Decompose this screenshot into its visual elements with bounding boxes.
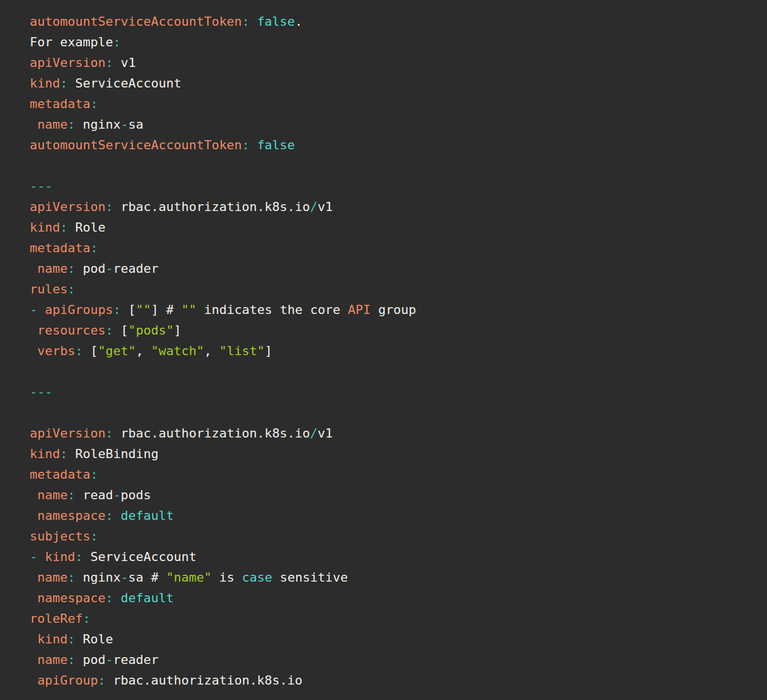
- code-token-plain: ] #: [151, 303, 181, 317]
- code-block: automountServiceAccountToken: false.For …: [0, 0, 767, 700]
- code-token-punct: :: [90, 97, 98, 111]
- code-token-plain: [: [121, 303, 136, 317]
- code-line: kind: ServiceAccount: [30, 73, 758, 94]
- code-token-plain: [: [113, 323, 129, 337]
- code-token-punct: :: [75, 550, 82, 564]
- code-token-key: verbs: [37, 344, 75, 358]
- code-token-punct: :: [242, 138, 249, 152]
- code-token-plain: read: [75, 488, 113, 502]
- code-token-punct: :: [60, 76, 67, 90]
- code-token-punct: ---: [30, 179, 53, 193]
- code-token-string: "": [181, 303, 197, 317]
- code-token-plain: rbac.authorization.k8s.io: [113, 200, 310, 214]
- code-token-punct: :: [90, 241, 98, 255]
- code-token-punct: :: [60, 447, 67, 461]
- code-token-key: kind: [30, 220, 60, 234]
- code-token-punct: /: [310, 426, 317, 440]
- code-token-plain: rbac.authorization.k8s.io: [105, 673, 302, 687]
- code-token-value: default: [121, 508, 174, 523]
- code-token-plain: pod: [75, 261, 105, 276]
- code-line: For example:: [30, 32, 758, 53]
- code-token-plain: ServiceAccount: [83, 550, 197, 564]
- code-token-key: kind: [45, 550, 75, 564]
- code-line: resources: ["pods"]: [30, 320, 758, 341]
- code-token-string: "pods": [128, 323, 173, 337]
- code-line: name: nginx-sa # "name" is case sensitiv…: [30, 567, 758, 588]
- code-token-plain: sensitive: [272, 570, 348, 584]
- code-line: ---: [30, 176, 758, 197]
- code-token-value: case: [242, 570, 272, 584]
- code-token-plain: [37, 550, 45, 564]
- code-token-plain: [37, 303, 45, 317]
- code-token-plain: nginx: [75, 117, 120, 132]
- code-token-string: "": [136, 303, 151, 317]
- code-token-plain: ,: [136, 344, 151, 358]
- code-token-plain: .: [295, 14, 303, 29]
- code-line: automountServiceAccountToken: false.: [30, 11, 758, 32]
- code-token-key: apiVersion: [30, 200, 105, 214]
- code-token-plain: ]: [174, 323, 181, 337]
- code-token-string: "get": [98, 344, 136, 358]
- code-token-key: kind: [37, 632, 67, 646]
- code-token-punct: :: [75, 344, 82, 358]
- code-token-punct: -: [121, 117, 128, 132]
- code-token-key: namespace: [37, 591, 105, 605]
- code-token-punct: :: [67, 117, 75, 132]
- code-token-punct: ---: [30, 385, 53, 399]
- code-line: automountServiceAccountToken: false: [30, 135, 758, 156]
- code-token-plain: [113, 591, 121, 605]
- code-line: kind: RoleBinding: [30, 444, 758, 464]
- code-token-key: name: [37, 570, 67, 584]
- code-token-punct: :: [67, 570, 75, 584]
- code-token-punct: :: [113, 303, 121, 317]
- code-token-value: false: [257, 14, 295, 29]
- code-token-plain: nginx: [75, 570, 120, 584]
- code-token-punct: :: [105, 591, 113, 605]
- code-token-punct: -: [121, 570, 128, 584]
- code-token-punct: :: [98, 673, 105, 687]
- code-line: metadata:: [30, 238, 758, 258]
- code-token-punct: :: [113, 35, 121, 49]
- code-token-plain: [30, 508, 37, 523]
- code-token-key: automountServiceAccountToken: [30, 14, 242, 29]
- code-token-punct: -: [30, 550, 37, 564]
- code-token-key: namespace: [37, 508, 105, 523]
- code-token-key: name: [37, 488, 67, 502]
- code-token-key: roleRef: [30, 611, 83, 626]
- code-token-punct: :: [83, 611, 90, 626]
- code-token-plain: Role: [67, 220, 105, 234]
- code-line: roleRef:: [30, 608, 758, 629]
- code-token-plain: [249, 138, 257, 152]
- code-token-plain: [249, 14, 257, 29]
- code-token-key: metadata: [30, 97, 90, 111]
- code-token-plain: reader: [113, 261, 158, 276]
- code-token-string: "name": [166, 570, 211, 584]
- code-token-punct: -: [113, 488, 121, 502]
- code-token-plain: v1: [317, 200, 333, 214]
- code-token-punct: :: [105, 508, 113, 523]
- code-line: kind: Role: [30, 629, 758, 650]
- code-token-plain: v1: [317, 426, 333, 440]
- code-token-key: automountServiceAccountToken: [30, 138, 242, 152]
- code-token-value: false: [257, 138, 295, 152]
- code-token-punct: :: [105, 323, 113, 337]
- code-token-key: rules: [30, 282, 67, 296]
- code-line: kind: Role: [30, 217, 758, 238]
- code-line: verbs: ["get", "watch", "list"]: [30, 341, 758, 361]
- code-token-punct: :: [60, 220, 67, 234]
- code-line: name: pod-reader: [30, 650, 758, 670]
- code-token-plain: sa #: [128, 570, 166, 584]
- code-token-punct: :: [105, 55, 113, 70]
- code-token-punct: /: [310, 200, 317, 214]
- code-line: apiVersion: v1: [30, 53, 758, 73]
- code-token-plain: [113, 508, 121, 523]
- code-token-key: API: [348, 303, 371, 317]
- code-token-plain: [30, 570, 37, 584]
- code-line: - apiGroups: [""] # "" indicates the cor…: [30, 300, 758, 320]
- code-token-value: default: [121, 591, 174, 605]
- code-token-plain: [30, 632, 37, 646]
- code-line: [30, 156, 758, 176]
- code-line: apiVersion: rbac.authorization.k8s.io/v1: [30, 423, 758, 444]
- code-token-plain: [30, 488, 37, 502]
- code-token-plain: RoleBinding: [67, 447, 158, 461]
